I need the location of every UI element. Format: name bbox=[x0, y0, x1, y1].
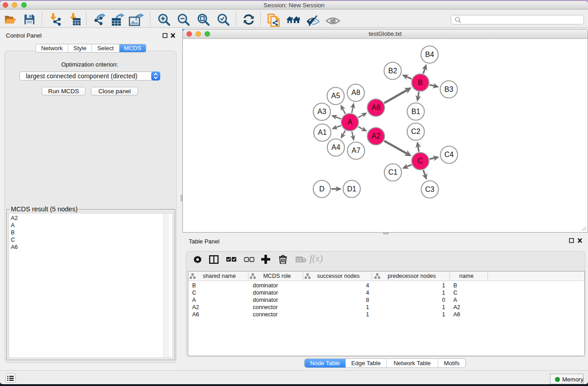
svg-text:B3: B3 bbox=[445, 86, 454, 93]
svg-text:C: C bbox=[418, 157, 423, 165]
svg-text:C2: C2 bbox=[411, 128, 421, 135]
svg-text:A2: A2 bbox=[372, 132, 381, 140]
svg-text:C4: C4 bbox=[445, 151, 454, 158]
svg-text:A3: A3 bbox=[317, 108, 326, 115]
svg-text:B: B bbox=[418, 79, 423, 86]
svg-text:C3: C3 bbox=[425, 186, 435, 193]
svg-text:A1: A1 bbox=[318, 129, 327, 136]
svg-text:A5: A5 bbox=[331, 92, 340, 100]
svg-text:D: D bbox=[319, 185, 325, 193]
svg-text:C1: C1 bbox=[388, 168, 398, 176]
svg-text:B1: B1 bbox=[411, 108, 421, 115]
svg-text:A: A bbox=[348, 118, 353, 126]
svg-text:A8: A8 bbox=[351, 89, 360, 96]
svg-text:B2: B2 bbox=[388, 67, 397, 75]
svg-text:D1: D1 bbox=[347, 185, 357, 193]
svg-text:B4: B4 bbox=[425, 51, 434, 58]
svg-text:A4: A4 bbox=[331, 143, 340, 151]
svg-text:A6: A6 bbox=[372, 104, 381, 111]
svg-text:A7: A7 bbox=[352, 147, 361, 154]
